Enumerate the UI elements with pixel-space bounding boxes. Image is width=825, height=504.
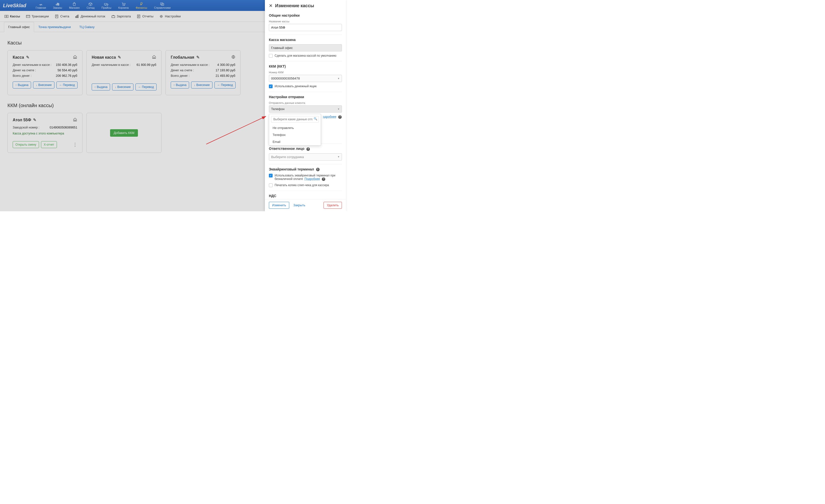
help-icon: ? [316,168,319,171]
more-link-partial[interactable]: одробнее ? [322,115,342,119]
slip-checkbox-label: Печатать копию слип-чека для кассира [275,184,329,187]
section-vat: НДС [269,191,342,198]
section-sending: Настройки отправки [269,92,342,99]
slip-checkbox[interactable] [269,184,273,187]
kkm-num-label: Номер ККМ [269,71,342,74]
send-select[interactable]: Телефон ▼ [269,105,342,113]
section-store: Касса магазина [269,34,342,42]
search-icon: 🔍 [314,117,317,121]
delete-button[interactable]: Удалить [323,202,342,209]
chevron-down-icon: ▼ [338,108,340,110]
default-checkbox[interactable] [269,54,273,58]
section-acquiring: Эквайринговый терминал ? [269,164,342,171]
dropdown-search-input[interactable] [271,116,319,123]
panel-title: Изменение кассы [275,3,314,8]
drawer-checkbox[interactable] [269,84,273,88]
chevron-down-icon: ▼ [338,156,340,158]
name-input[interactable] [269,24,342,31]
save-button[interactable]: Изменить [269,202,289,209]
section-general: Общие настройки [269,13,342,17]
section-kkm: ККМ (ККТ) [269,61,342,68]
close-button[interactable]: Закрыть [293,204,305,207]
kkm-num-select[interactable]: 0000000003056478 ▼ [269,75,342,82]
responsible-select[interactable]: Выберите сотрудника ▼ [269,153,342,160]
dropdown-option[interactable]: Не отправлять [269,125,321,132]
chevron-down-icon: ▼ [338,77,340,80]
panel-footer: Изменить Закрыть Удалить [265,199,346,211]
acquiring-checkbox[interactable] [269,174,273,177]
dropdown-option[interactable]: Телефон [269,132,321,138]
close-icon[interactable]: ✕ [269,3,273,8]
acquiring-checkbox-label: Использовать эквайринговый терминал при … [275,174,342,181]
dropdown-option[interactable]: Email [269,138,321,145]
help-icon: ? [306,147,310,151]
send-label: Отправлять данные клиента [269,101,342,104]
default-checkbox-label: Сделать для магазина кассой по умолчанию [275,54,336,57]
help-icon: ? [338,115,342,119]
acquiring-more-link[interactable]: Подробнее [305,177,320,181]
drawer-checkbox-label: Использовать денежный ящик [275,84,317,88]
send-dropdown: 🔍 Не отправлять Телефон Email [269,114,321,146]
store-select[interactable]: Главный офис [269,44,342,52]
help-icon: ? [322,177,325,181]
edit-cashbox-panel: ✕ Изменение кассы Общие настройки Назван… [265,0,346,211]
name-label: Название кассы [269,20,342,23]
